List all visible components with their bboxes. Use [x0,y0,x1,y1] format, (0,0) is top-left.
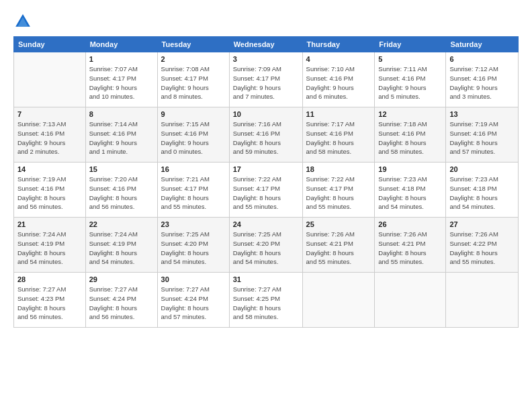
day-number: 13 [449,110,515,118]
day-number: 8 [89,110,154,118]
week-row-3: 14Sunrise: 7:19 AM Sunset: 4:16 PM Dayli… [14,163,519,218]
calendar-table: SundayMondayTuesdayWednesdayThursdayFrid… [13,36,519,328]
header [13,12,519,31]
calendar-cell: 23Sunrise: 7:25 AM Sunset: 4:20 PM Dayli… [157,218,229,273]
day-number: 3 [233,55,299,63]
day-info: Sunrise: 7:27 AM Sunset: 4:24 PM Dayligh… [89,285,154,322]
calendar-cell: 20Sunrise: 7:23 AM Sunset: 4:18 PM Dayli… [446,163,519,218]
page: SundayMondayTuesdayWednesdayThursdayFrid… [0,0,532,411]
logo [13,12,35,31]
calendar-cell: 1Sunrise: 7:07 AM Sunset: 4:17 PM Daylig… [85,52,157,107]
day-info: Sunrise: 7:18 AM Sunset: 4:16 PM Dayligh… [378,120,442,156]
day-number: 30 [161,275,226,283]
day-number: 12 [378,110,442,118]
day-number: 11 [306,110,371,118]
day-info: Sunrise: 7:07 AM Sunset: 4:17 PM Dayligh… [89,64,154,101]
day-number: 31 [233,275,299,283]
day-info: Sunrise: 7:08 AM Sunset: 4:17 PM Dayligh… [161,64,226,101]
calendar-cell: 2Sunrise: 7:08 AM Sunset: 4:17 PM Daylig… [157,52,229,107]
calendar-cell: 11Sunrise: 7:17 AM Sunset: 4:16 PM Dayli… [302,107,375,163]
day-info: Sunrise: 7:16 AM Sunset: 4:16 PM Dayligh… [233,120,299,156]
calendar-cell: 28Sunrise: 7:27 AM Sunset: 4:23 PM Dayli… [14,273,86,328]
weekday-header-thursday: Thursday [302,37,375,52]
calendar-cell [375,273,446,328]
day-number: 16 [161,165,226,173]
calendar-cell: 25Sunrise: 7:26 AM Sunset: 4:21 PM Dayli… [302,218,375,273]
weekday-header-wednesday: Wednesday [229,37,302,52]
day-number: 24 [233,220,299,228]
calendar-cell: 5Sunrise: 7:11 AM Sunset: 4:16 PM Daylig… [375,52,446,107]
day-number: 4 [306,55,371,63]
calendar-cell: 7Sunrise: 7:13 AM Sunset: 4:16 PM Daylig… [14,107,86,163]
day-info: Sunrise: 7:23 AM Sunset: 4:18 PM Dayligh… [449,175,515,212]
weekday-header-sunday: Sunday [14,37,86,52]
day-info: Sunrise: 7:14 AM Sunset: 4:16 PM Dayligh… [89,120,154,156]
day-info: Sunrise: 7:27 AM Sunset: 4:25 PM Dayligh… [233,285,299,322]
day-info: Sunrise: 7:25 AM Sunset: 4:20 PM Dayligh… [233,230,299,267]
day-info: Sunrise: 7:22 AM Sunset: 4:17 PM Dayligh… [233,175,299,212]
day-number: 18 [306,165,371,173]
day-number: 10 [233,110,299,118]
calendar-cell: 10Sunrise: 7:16 AM Sunset: 4:16 PM Dayli… [229,107,302,163]
day-info: Sunrise: 7:26 AM Sunset: 4:21 PM Dayligh… [306,230,371,267]
calendar-cell: 6Sunrise: 7:12 AM Sunset: 4:16 PM Daylig… [446,52,519,107]
calendar-cell: 31Sunrise: 7:27 AM Sunset: 4:25 PM Dayli… [229,273,302,328]
logo-icon [13,12,32,31]
calendar-cell [14,52,86,107]
day-info: Sunrise: 7:26 AM Sunset: 4:22 PM Dayligh… [449,230,515,267]
day-number: 28 [17,275,82,283]
calendar-cell: 15Sunrise: 7:20 AM Sunset: 4:16 PM Dayli… [85,163,157,218]
day-info: Sunrise: 7:27 AM Sunset: 4:23 PM Dayligh… [17,285,82,322]
day-info: Sunrise: 7:10 AM Sunset: 4:16 PM Dayligh… [306,64,371,101]
day-info: Sunrise: 7:20 AM Sunset: 4:16 PM Dayligh… [89,175,154,212]
day-info: Sunrise: 7:21 AM Sunset: 4:17 PM Dayligh… [161,175,226,212]
day-number: 25 [306,220,371,228]
day-number: 20 [449,165,515,173]
day-number: 21 [17,220,82,228]
day-number: 5 [378,55,442,63]
calendar-cell: 9Sunrise: 7:15 AM Sunset: 4:16 PM Daylig… [157,107,229,163]
day-number: 29 [89,275,154,283]
weekday-header-row: SundayMondayTuesdayWednesdayThursdayFrid… [14,37,519,52]
day-number: 9 [161,110,226,118]
calendar-cell: 26Sunrise: 7:26 AM Sunset: 4:21 PM Dayli… [375,218,446,273]
day-number: 17 [233,165,299,173]
day-info: Sunrise: 7:15 AM Sunset: 4:16 PM Dayligh… [161,120,226,156]
week-row-2: 7Sunrise: 7:13 AM Sunset: 4:16 PM Daylig… [14,107,519,163]
day-info: Sunrise: 7:19 AM Sunset: 4:16 PM Dayligh… [17,175,82,212]
calendar-cell [446,273,519,328]
calendar-cell: 4Sunrise: 7:10 AM Sunset: 4:16 PM Daylig… [302,52,375,107]
calendar-cell: 24Sunrise: 7:25 AM Sunset: 4:20 PM Dayli… [229,218,302,273]
day-number: 15 [89,165,154,173]
calendar-cell: 19Sunrise: 7:23 AM Sunset: 4:18 PM Dayli… [375,163,446,218]
weekday-header-monday: Monday [85,37,157,52]
day-info: Sunrise: 7:24 AM Sunset: 4:19 PM Dayligh… [17,230,82,267]
day-number: 2 [161,55,226,63]
day-info: Sunrise: 7:24 AM Sunset: 4:19 PM Dayligh… [89,230,154,267]
day-info: Sunrise: 7:19 AM Sunset: 4:16 PM Dayligh… [449,120,515,156]
calendar-cell: 12Sunrise: 7:18 AM Sunset: 4:16 PM Dayli… [375,107,446,163]
day-number: 19 [378,165,442,173]
day-number: 22 [89,220,154,228]
calendar-cell: 29Sunrise: 7:27 AM Sunset: 4:24 PM Dayli… [85,273,157,328]
calendar-cell: 8Sunrise: 7:14 AM Sunset: 4:16 PM Daylig… [85,107,157,163]
day-number: 23 [161,220,226,228]
day-info: Sunrise: 7:22 AM Sunset: 4:17 PM Dayligh… [306,175,371,212]
day-number: 26 [378,220,442,228]
day-info: Sunrise: 7:13 AM Sunset: 4:16 PM Dayligh… [17,120,82,156]
weekday-header-saturday: Saturday [446,37,519,52]
calendar-cell [302,273,375,328]
day-info: Sunrise: 7:12 AM Sunset: 4:16 PM Dayligh… [449,64,515,101]
calendar-cell: 21Sunrise: 7:24 AM Sunset: 4:19 PM Dayli… [14,218,86,273]
day-number: 14 [17,165,82,173]
calendar-cell: 14Sunrise: 7:19 AM Sunset: 4:16 PM Dayli… [14,163,86,218]
calendar-cell: 13Sunrise: 7:19 AM Sunset: 4:16 PM Dayli… [446,107,519,163]
calendar-cell: 30Sunrise: 7:27 AM Sunset: 4:24 PM Dayli… [157,273,229,328]
day-info: Sunrise: 7:17 AM Sunset: 4:16 PM Dayligh… [306,120,371,156]
day-number: 7 [17,110,82,118]
day-info: Sunrise: 7:23 AM Sunset: 4:18 PM Dayligh… [378,175,442,212]
weekday-header-tuesday: Tuesday [157,37,229,52]
day-number: 1 [89,55,154,63]
calendar-cell: 3Sunrise: 7:09 AM Sunset: 4:17 PM Daylig… [229,52,302,107]
calendar-cell: 18Sunrise: 7:22 AM Sunset: 4:17 PM Dayli… [302,163,375,218]
